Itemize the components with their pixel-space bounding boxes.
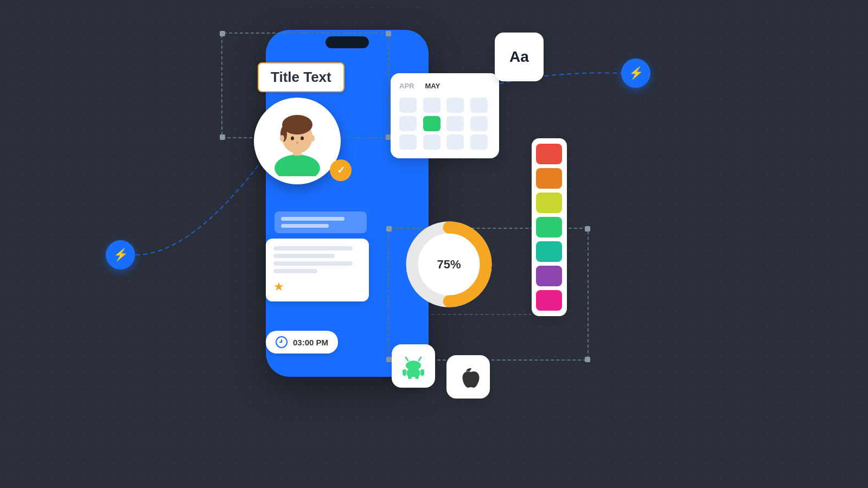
lightning-button-right[interactable]: ⚡ [621,59,650,88]
svg-point-0 [275,155,320,176]
phone-content-lines [275,211,367,233]
svg-point-7 [296,142,298,144]
cal-cell-9[interactable] [399,134,417,150]
color-swatch-red[interactable] [536,144,562,164]
cal-cell-11[interactable] [446,134,464,150]
calendar-tab-apr[interactable]: APR [399,82,414,90]
donut-handle-tl[interactable] [386,226,392,232]
check-badge: ✓ [330,159,352,181]
svg-line-12 [406,357,408,361]
color-swatch-pink[interactable] [536,290,562,311]
calendar-widget[interactable]: APR MAY [391,73,499,158]
donut-handle-bl[interactable] [386,357,392,362]
color-swatch-purple[interactable] [536,266,562,286]
donut-handle-tr[interactable] [585,226,590,232]
cal-cell-10[interactable] [423,134,441,150]
android-platform-icon[interactable] [392,344,435,388]
cal-cell-2[interactable] [423,98,441,113]
check-icon: ✓ [337,164,345,176]
time-label: 03:00 PM [293,338,328,347]
android-svg [400,353,426,379]
color-palette [532,138,567,316]
text-card: ★ [266,239,369,301]
time-widget[interactable]: 03:00 PM [266,331,338,354]
apple-svg [456,365,480,389]
cal-cell-7[interactable] [446,116,464,131]
svg-point-8 [280,135,284,142]
cal-cell-12[interactable] [470,134,488,150]
clock-icon [276,336,288,348]
content-line-2 [281,224,329,228]
title-text-label: Title Text [271,69,331,85]
color-swatch-green[interactable] [536,217,562,237]
calendar-tab-may[interactable]: MAY [425,82,440,90]
cal-cell-3[interactable] [446,98,464,113]
svg-rect-19 [420,369,424,376]
cal-cell-4[interactable] [470,98,488,113]
svg-line-13 [419,357,421,361]
svg-rect-18 [403,369,406,376]
donut-percentage-label: 75% [437,258,461,272]
lightning-icon-right: ⚡ [629,66,643,80]
card-line-2 [273,254,335,258]
lightning-button-left[interactable]: ⚡ [106,240,135,269]
svg-rect-16 [406,361,421,370]
cal-cell-1[interactable] [399,98,417,113]
lightning-icon-left: ⚡ [113,248,128,262]
svg-rect-17 [407,369,420,377]
resize-handle-bl[interactable] [220,134,225,140]
card-line-4 [273,269,317,273]
donut-handle-br[interactable] [585,357,590,362]
cal-cell-6-highlighted[interactable] [423,116,441,131]
donut-chart: 75% [399,214,499,314]
svg-rect-20 [408,376,412,379]
color-swatch-teal[interactable] [536,241,562,262]
svg-point-5 [291,137,294,140]
font-label: Aa [509,48,529,66]
cal-cell-8[interactable] [470,116,488,131]
star-rating-icon: ★ [273,280,361,294]
svg-point-9 [310,135,315,142]
content-line-1 [281,217,344,221]
svg-point-6 [301,137,304,140]
title-text-widget[interactable]: Title Text [258,62,344,92]
person-avatar-svg [267,106,327,176]
avatar-circle [254,98,341,184]
calendar-grid [399,98,490,150]
color-swatch-orange[interactable] [536,168,562,189]
resize-handle-tl[interactable] [220,31,225,36]
color-swatch-yellow-green[interactable] [536,192,562,213]
svg-rect-21 [415,376,419,379]
card-line-3 [273,261,353,266]
apple-platform-icon[interactable] [446,355,490,399]
resize-handle-tr[interactable] [386,31,391,36]
font-widget[interactable]: Aa [495,33,544,81]
card-line-1 [273,246,353,251]
cal-cell-5[interactable] [399,116,417,131]
